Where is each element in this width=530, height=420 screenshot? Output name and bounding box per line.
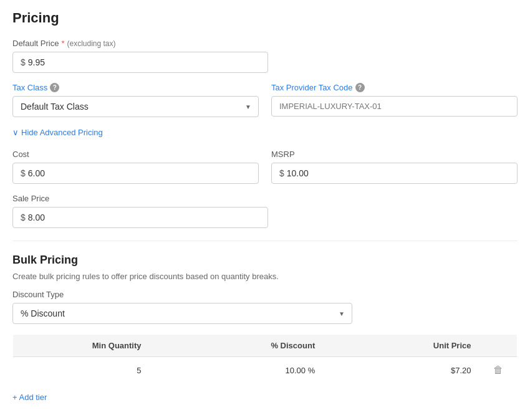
cell-unit-price: $7.20: [324, 357, 479, 384]
table-row: 5 10.00 % $7.20 🗑: [13, 357, 518, 384]
tax-provider-label: Tax Provider Tax Code ?: [271, 83, 518, 92]
cell-discount: 10.00 %: [150, 357, 324, 384]
discount-type-label: Discount Type: [12, 290, 352, 299]
sale-price-label: Sale Price: [12, 194, 268, 203]
bulk-pricing-title: Bulk Pricing: [12, 254, 518, 267]
bulk-pricing-table: Min Quantity % Discount Unit Price 5 10.…: [12, 334, 518, 384]
tax-class-select[interactable]: Default Tax Class Taxable Goods Digital …: [12, 96, 259, 117]
hide-advanced-pricing-toggle[interactable]: ∨ Hide Advanced Pricing: [12, 128, 103, 137]
default-price-input-wrapper: $: [12, 52, 268, 73]
tax-provider-help-icon[interactable]: ?: [355, 83, 365, 92]
sale-price-prefix: $: [21, 212, 26, 222]
cost-label: Cost: [12, 150, 259, 159]
col-unit-price: Unit Price: [324, 335, 479, 357]
toggle-label: Hide Advanced Pricing: [21, 128, 103, 137]
section-divider: [12, 241, 518, 241]
required-marker: *: [61, 39, 64, 48]
bulk-pricing-description: Create bulk pricing rules to offer price…: [12, 272, 518, 281]
msrp-input-wrapper: $: [271, 163, 518, 184]
col-discount: % Discount: [150, 335, 324, 357]
toggle-chevron: ∨: [12, 128, 19, 137]
msrp-prefix: $: [279, 168, 284, 178]
cell-min-quantity: 5: [13, 357, 150, 384]
cost-input-wrapper: $: [12, 163, 259, 184]
add-tier-link[interactable]: + Add tier: [12, 393, 47, 402]
col-actions: [480, 335, 518, 357]
discount-type-select-wrapper: % Discount Fixed Amount Price: [12, 303, 352, 324]
tax-class-select-wrapper: Default Tax Class Taxable Goods Digital …: [12, 96, 259, 117]
delete-row-button[interactable]: 🗑: [489, 363, 507, 377]
default-price-label: Default Price * (excluding tax): [12, 39, 268, 48]
tax-class-help-icon[interactable]: ?: [50, 83, 59, 92]
tax-provider-input[interactable]: [271, 96, 518, 117]
sale-price-input[interactable]: [28, 208, 260, 227]
page-title: Pricing: [12, 10, 518, 26]
sale-price-input-wrapper: $: [12, 207, 268, 228]
default-price-prefix: $: [21, 57, 26, 67]
cell-delete: 🗑: [480, 357, 518, 384]
tax-class-label: Tax Class ?: [12, 83, 259, 92]
discount-type-select[interactable]: % Discount Fixed Amount Price: [12, 303, 352, 324]
cost-prefix: $: [21, 168, 26, 178]
msrp-label: MSRP: [271, 150, 518, 159]
cost-input[interactable]: [28, 163, 251, 183]
col-min-quantity: Min Quantity: [13, 335, 150, 357]
msrp-input[interactable]: [287, 163, 509, 183]
default-price-input[interactable]: [28, 52, 260, 72]
